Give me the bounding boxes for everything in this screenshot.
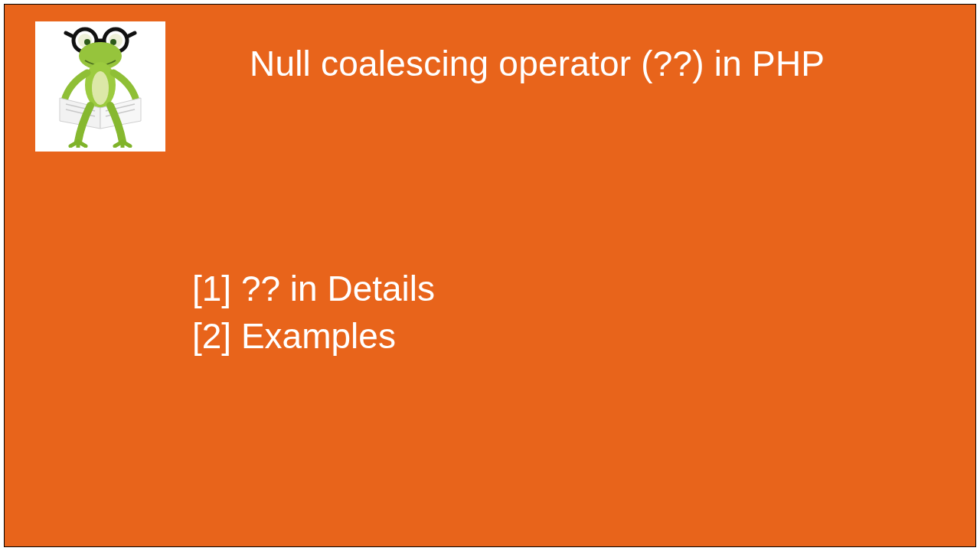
slide: Null coalescing operator (??) in PHP [1]… [4, 4, 976, 547]
slide-title: Null coalescing operator (??) in PHP [250, 43, 825, 84]
list-item: [2] Examples [192, 312, 435, 360]
logo-image [35, 21, 165, 152]
list-item: [1] ?? in Details [192, 265, 435, 312]
agenda-list: [1] ?? in Details [2] Examples [192, 265, 435, 360]
svg-point-9 [92, 71, 109, 105]
frog-reading-icon [43, 25, 158, 148]
